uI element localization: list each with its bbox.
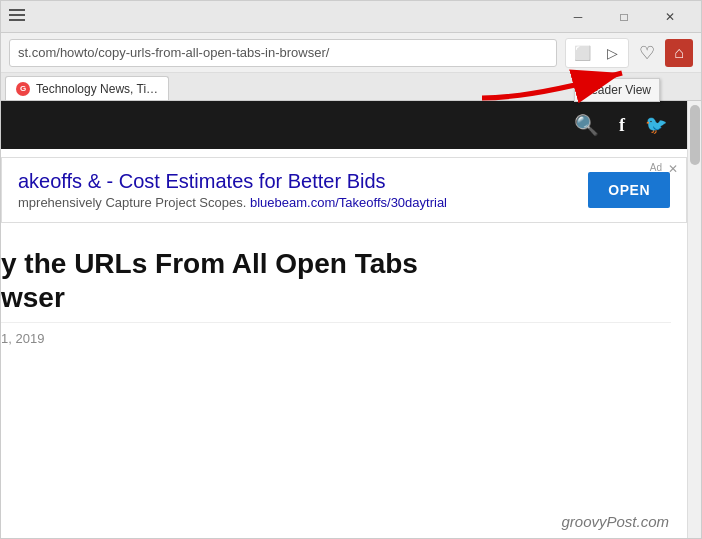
- article-divider: [1, 322, 671, 323]
- twitter-icon[interactable]: 🐦: [645, 114, 667, 136]
- close-button[interactable]: ✕: [647, 1, 693, 33]
- tab-label: Technology News, Ti…: [36, 82, 158, 96]
- article-title: y the URLs From All Open Tabs wser: [1, 247, 671, 314]
- reader-view-tooltip: Reader View: [574, 78, 660, 102]
- heart-icon[interactable]: ♡: [633, 39, 661, 67]
- article-date: 1, 2019: [1, 331, 671, 346]
- facebook-icon[interactable]: f: [619, 115, 625, 136]
- tab-0[interactable]: G Technology News, Ti…: [5, 76, 169, 100]
- url-text: st.com/howto/copy-urls-from-all-open-tab…: [18, 45, 329, 60]
- webpage: 🔍 f 🐦 Ad ✕ akeoffs & - Cost Estimates fo…: [1, 101, 701, 538]
- ad-link[interactable]: bluebeam.com/Takeoffs/30daytrial: [250, 195, 447, 210]
- window-controls: ─ □ ✕: [555, 1, 693, 33]
- address-bar: st.com/howto/copy-urls-from-all-open-tab…: [1, 33, 701, 73]
- tab-favicon: G: [16, 82, 30, 96]
- menu-icon[interactable]: [9, 9, 25, 21]
- webpage-content: 🔍 f 🐦 Ad ✕ akeoffs & - Cost Estimates fo…: [1, 101, 687, 538]
- article-title-line2: wser: [1, 282, 65, 313]
- site-branding: groovyPost.com: [561, 513, 669, 530]
- ad-close-button[interactable]: ✕: [668, 162, 678, 176]
- play-icon[interactable]: ▷: [598, 39, 626, 67]
- title-bar: ─ □ ✕: [1, 1, 701, 33]
- maximize-button[interactable]: □: [601, 1, 647, 33]
- search-icon[interactable]: 🔍: [574, 113, 599, 137]
- ad-title: akeoffs & - Cost Estimates for Better Bi…: [18, 170, 447, 193]
- site-header: 🔍 f 🐦: [1, 101, 687, 149]
- home-icon[interactable]: ⌂: [665, 39, 693, 67]
- ad-label: Ad: [650, 162, 662, 173]
- minimize-button[interactable]: ─: [555, 1, 601, 33]
- reader-icon[interactable]: ⬜: [568, 39, 596, 67]
- reader-view-group: ⬜ ▷: [565, 38, 629, 68]
- scrollbar[interactable]: [687, 101, 701, 538]
- article-title-line1: y the URLs From All Open Tabs: [1, 248, 418, 279]
- scrollbar-thumb[interactable]: [690, 105, 700, 165]
- ad-description: mprehensively Capture Project Scopes. bl…: [18, 195, 447, 210]
- ad-banner: Ad ✕ akeoffs & - Cost Estimates for Bett…: [1, 157, 687, 223]
- url-input[interactable]: st.com/howto/copy-urls-from-all-open-tab…: [9, 39, 557, 67]
- ad-text: akeoffs & - Cost Estimates for Better Bi…: [18, 170, 447, 210]
- ad-open-button[interactable]: OPEN: [588, 172, 670, 208]
- browser-actions: ⬜ ▷ ♡ ⌂: [565, 38, 693, 68]
- article-content: y the URLs From All Open Tabs wser 1, 20…: [1, 231, 687, 362]
